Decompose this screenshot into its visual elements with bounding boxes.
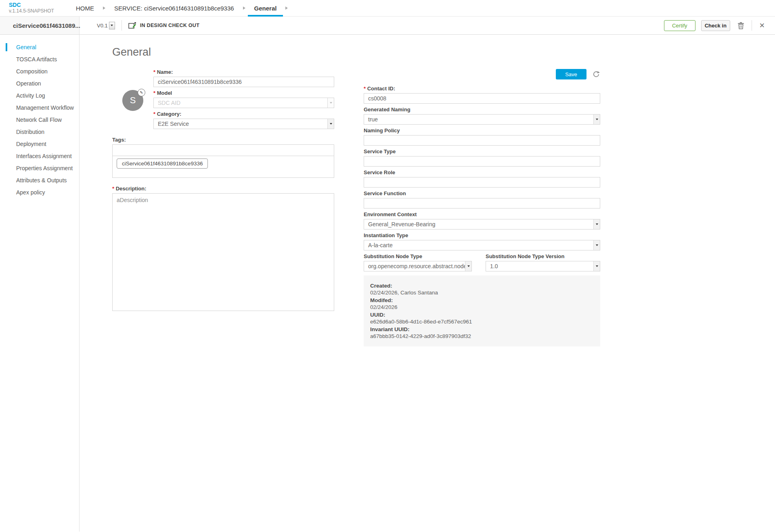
sidebar-item[interactable]: Management Workflow bbox=[0, 102, 79, 114]
avatar-letter: S bbox=[130, 95, 136, 106]
sidebar-item[interactable]: TOSCA Artifacts bbox=[0, 53, 79, 65]
chevron-down-icon bbox=[593, 219, 600, 229]
divider bbox=[121, 20, 122, 31]
service-function-input[interactable] bbox=[364, 198, 600, 209]
sidebar-item[interactable]: Deployment bbox=[0, 138, 79, 150]
service-role-input[interactable] bbox=[364, 177, 600, 188]
workspace-header: ciService061f4631089... V0.1 IN DESIGN C… bbox=[0, 17, 775, 35]
save-row: Save bbox=[364, 69, 600, 79]
substitution-row: Substitution Node Type org.openecomp.res… bbox=[364, 253, 600, 271]
name-label: Name: bbox=[153, 69, 334, 75]
service-avatar[interactable]: S ✎ bbox=[122, 90, 143, 111]
substitution-node-type-label: Substitution Node Type bbox=[364, 253, 472, 259]
invariant-uuid-label: Invariant UUID: bbox=[370, 326, 594, 332]
workspace-actions: Certify Check in ✕ bbox=[664, 17, 775, 34]
substitution-node-type-select[interactable]: org.openecomp.resource.abstract.nodes.se… bbox=[364, 261, 472, 271]
model-field: Model SDC AID bbox=[153, 90, 334, 108]
breadcrumb-service[interactable]: SERVICE: ciService061f46310891b8ce9336 bbox=[108, 0, 241, 17]
sidebar-item[interactable]: Apex policy bbox=[0, 186, 79, 198]
tags-field: Tags: ciService061f46310891b8ce9336 bbox=[112, 137, 334, 178]
sidebar-item[interactable]: General bbox=[0, 41, 79, 53]
avatar-edit-icon[interactable]: ✎ bbox=[138, 89, 145, 96]
contact-id-label: Contact ID: bbox=[364, 86, 600, 92]
chevron-down-icon bbox=[465, 261, 471, 271]
sidebar-item[interactable]: Interfaces Assignment bbox=[0, 150, 79, 162]
sidebar-item-label: Deployment bbox=[16, 141, 46, 147]
form-right-column: Save Contact ID: Generated Naming bbox=[364, 69, 600, 346]
sidebar-item[interactable]: Attributes & Outputs bbox=[0, 174, 79, 186]
sidebar-item[interactable]: Activity Log bbox=[0, 90, 79, 102]
service-type-label: Service Type bbox=[364, 148, 600, 154]
delete-button[interactable] bbox=[737, 22, 744, 29]
close-button[interactable]: ✕ bbox=[759, 22, 765, 29]
generated-naming-select[interactable]: true bbox=[364, 114, 600, 125]
category-field: Category: E2E Service bbox=[153, 111, 334, 129]
category-select[interactable]: E2E Service bbox=[153, 119, 334, 129]
modified-label: Modifed: bbox=[370, 297, 594, 303]
service-type-input[interactable] bbox=[364, 156, 600, 167]
service-function-field: Service Function bbox=[364, 190, 600, 209]
instantiation-type-value: A-la-carte bbox=[364, 240, 593, 250]
version-label: V0.1 bbox=[97, 23, 108, 29]
divider bbox=[752, 20, 752, 31]
tags-area: ciService061f46310891b8ce9336 bbox=[113, 156, 334, 177]
tags-label: Tags: bbox=[112, 137, 334, 143]
sidebar-item[interactable]: Distribution bbox=[0, 126, 79, 138]
naming-policy-input[interactable] bbox=[364, 135, 600, 146]
certify-button[interactable]: Certify bbox=[664, 20, 695, 31]
generated-naming-field: Generated Naming true bbox=[364, 106, 600, 125]
sidebar-item-label: Attributes & Outputs bbox=[16, 177, 67, 184]
tag-chip[interactable]: ciService061f46310891b8ce9336 bbox=[117, 159, 208, 169]
workspace-toolbar: V0.1 IN DESIGN CHECK OUT bbox=[80, 17, 664, 34]
substitution-version-value: 1.0 bbox=[486, 261, 593, 271]
sidebar-item[interactable]: Properties Assignment bbox=[0, 162, 79, 174]
version-select[interactable]: V0.1 bbox=[97, 22, 115, 29]
service-type-field: Service Type bbox=[364, 148, 600, 167]
sidebar-item[interactable]: Operation bbox=[0, 77, 79, 90]
uuid-value: e626d6a0-58b6-4d1c-86ed-e7cf567ec961 bbox=[370, 319, 594, 325]
instantiation-type-select[interactable]: A-la-carte bbox=[364, 240, 600, 250]
sdc-logo[interactable]: SDC v.1.14.5-SNAPSHOT bbox=[0, 0, 69, 16]
sidebar-item-label: Operation bbox=[16, 80, 41, 87]
created-value: 02/24/2026, Carlos Santana bbox=[370, 290, 594, 296]
refresh-button[interactable] bbox=[592, 70, 600, 78]
name-input[interactable] bbox=[153, 77, 334, 87]
sidebar-item-label: Apex policy bbox=[16, 189, 45, 196]
breadcrumb-general-active[interactable]: General bbox=[248, 0, 283, 17]
substitution-node-type-field: Substitution Node Type org.openecomp.res… bbox=[364, 253, 472, 271]
lifecycle-status: IN DESIGN CHECK OUT bbox=[128, 22, 199, 29]
refresh-icon bbox=[592, 70, 600, 78]
form-left-column: S ✎ Name: Model SDC AID bbox=[112, 69, 334, 346]
caret-right-icon bbox=[243, 6, 245, 10]
naming-policy-label: Naming Policy bbox=[364, 127, 600, 134]
checkin-button[interactable]: Check in bbox=[701, 20, 730, 31]
sidebar-item[interactable]: Composition bbox=[0, 65, 79, 77]
tags-input[interactable] bbox=[113, 145, 334, 156]
generated-naming-value: true bbox=[364, 115, 593, 124]
breadcrumb: HOME SERVICE: ciService061f46310891b8ce9… bbox=[69, 0, 290, 16]
chevron-down-icon bbox=[327, 119, 334, 129]
service-function-label: Service Function bbox=[364, 190, 600, 196]
description-textarea[interactable]: aDescription bbox=[112, 193, 334, 311]
category-value: E2E Service bbox=[154, 119, 327, 129]
uuid-label: UUID: bbox=[370, 312, 594, 318]
naming-policy-field: Naming Policy bbox=[364, 127, 600, 146]
generated-naming-label: Generated Naming bbox=[364, 106, 600, 113]
entity-name: ciService061f4631089... bbox=[0, 17, 80, 34]
substitution-version-select[interactable]: 1.0 bbox=[486, 261, 600, 271]
app-version: v.1.14.5-SNAPSHOT bbox=[9, 8, 69, 14]
sidebar-item-label: Interfaces Assignment bbox=[16, 153, 72, 159]
substitution-version-label: Substitution Node Type Version bbox=[486, 253, 600, 259]
environment-context-select[interactable]: General_Revenue-Bearing bbox=[364, 219, 600, 229]
contact-id-input[interactable] bbox=[364, 93, 600, 104]
save-button[interactable]: Save bbox=[556, 69, 586, 79]
sidebar-item-label: Network Call Flow bbox=[16, 117, 62, 123]
model-select: SDC AID bbox=[153, 98, 334, 108]
chevron-down-icon bbox=[593, 240, 600, 250]
metadata-box: Created: 02/24/2026, Carlos Santana Modi… bbox=[364, 275, 600, 346]
chevron-down-icon bbox=[593, 261, 600, 271]
sidebar-item[interactable]: Network Call Flow bbox=[0, 114, 79, 126]
environment-context-value: General_Revenue-Bearing bbox=[364, 219, 593, 229]
version-dropdown-icon[interactable] bbox=[109, 22, 115, 29]
breadcrumb-home[interactable]: HOME bbox=[69, 0, 101, 17]
